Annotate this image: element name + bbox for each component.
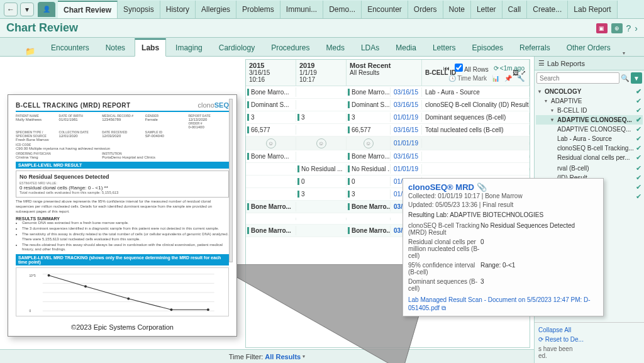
- grid-pin-icon[interactable]: 📌: [504, 75, 512, 82]
- report-fields: PATIENT NAMEMolly Matthews DATE OF BIRTH…: [16, 114, 229, 159]
- tab-encounter[interactable]: Encounter: [362, 1, 408, 18]
- tree-item[interactable]: ▾ADAPTIVE CLONOSEQ...✔: [536, 115, 643, 125]
- clonoseq-logo: clonoSEQ: [197, 101, 229, 109]
- svg-text:0: 0: [29, 310, 31, 313]
- back-button[interactable]: ←: [4, 3, 18, 16]
- subtab-notes[interactable]: Notes: [99, 39, 132, 56]
- chart-review-icon: 👤: [38, 2, 55, 17]
- table-row[interactable]: 66,577 66,577 03/16/15 Total nucleated c…: [246, 124, 530, 137]
- skip-prev-icon[interactable]: ⏮: [443, 65, 450, 72]
- grid-chart-icon[interactable]: 📊: [492, 75, 499, 82]
- open-doc-icon[interactable]: ⧉: [441, 304, 446, 311]
- tree-item[interactable]: rval (B-cell)✔: [536, 164, 643, 173]
- subtab-procedures[interactable]: Procedures: [264, 39, 316, 56]
- document-link[interactable]: Lab Managed Result Scan - Document on 5/…: [408, 296, 598, 312]
- subtab-letters[interactable]: Letters: [426, 39, 463, 56]
- list-icon: ☰: [538, 59, 545, 67]
- close-icon[interactable]: ›: [635, 23, 638, 33]
- help-icon[interactable]: ?: [626, 23, 631, 33]
- subtab-meds[interactable]: Meds: [319, 39, 352, 56]
- tab-immunizations[interactable]: Immuni...: [280, 1, 323, 18]
- copyright: ©2023 Epic Systems Corporation: [8, 323, 236, 331]
- popup-row: clonoSEQ B-cell Tracking (MRD) ResultNo …: [408, 221, 598, 237]
- tree-item[interactable]: ▾ONCOLOGY✔: [536, 87, 643, 96]
- popup-meta: Collected: 01/01/19 10:17 | Bone Marrow …: [408, 192, 598, 209]
- refresh-button[interactable]: ⟳<1m ago: [494, 65, 525, 72]
- popup-row: 95% confidence interval (B-cell)Range: 0…: [408, 260, 598, 277]
- report-disclaimer: The MRD range presented above represents…: [16, 199, 229, 214]
- report-bar-2: SAMPLE-LEVEL MRD TRACKING (shows only th…: [16, 254, 229, 265]
- results-summary: Genomic DNA was extracted from a fresh b…: [16, 221, 229, 252]
- tree-item[interactable]: Residual clonal cells per...✔: [536, 153, 643, 162]
- tab-create[interactable]: Create...: [527, 1, 568, 18]
- search-input[interactable]: [536, 72, 619, 84]
- tab-lab-report[interactable]: Lab Report: [568, 1, 617, 18]
- collapse-all-button[interactable]: Collapse All: [538, 325, 640, 335]
- filter-button[interactable]: ▼: [631, 72, 642, 84]
- subtab-ldas[interactable]: LDAs: [354, 39, 386, 56]
- avatar-row: ☺ ☺ ☺ 01/01/19: [246, 137, 530, 150]
- col-most-recent[interactable]: Most Recent All Results: [347, 60, 422, 86]
- col-2019[interactable]: 2019 1/1/19 10:17: [296, 60, 347, 86]
- tab-synopsis[interactable]: Synopsis: [118, 1, 160, 18]
- tab-orders[interactable]: Orders: [408, 1, 443, 18]
- tab-demographics[interactable]: Demo...: [323, 1, 362, 18]
- table-row[interactable]: Bone Marro... Bone Marro... 03/16/15: [246, 150, 530, 163]
- tab-chart-review[interactable]: Chart Review: [58, 1, 118, 18]
- avatar-icon: ☺: [266, 138, 276, 148]
- badge-icon[interactable]: ⊕: [611, 23, 623, 33]
- tree-item[interactable]: ▾ADAPTIVE✔: [536, 96, 643, 106]
- table-row[interactable]: 3 3 3 01/01/19 Dominant sequences (B-cel…: [246, 111, 530, 124]
- forward-button[interactable]: ▾: [20, 3, 34, 16]
- folder-icon[interactable]: 📁: [25, 47, 35, 56]
- attachment-icon[interactable]: 📎: [477, 182, 487, 192]
- tree-item[interactable]: ADAPTIVE CLONOSEQ...✔: [536, 125, 643, 134]
- panel-message: s have beened.: [538, 344, 640, 360]
- video-icon[interactable]: ▣: [596, 23, 608, 33]
- report-title: B-CELL TRACKING (MRD) REPORT: [16, 102, 131, 109]
- svg-point-10: [207, 308, 209, 311]
- tab-problems[interactable]: Problems: [236, 1, 280, 18]
- tab-history[interactable]: History: [160, 1, 196, 18]
- mrd-tracking-chart: 10^5 0: [16, 267, 229, 316]
- table-row[interactable]: Bone Marro... Bone Marro... 03/16/15 Lab…: [246, 86, 530, 99]
- tab-note[interactable]: Note: [443, 1, 471, 18]
- svg-text:10^5: 10^5: [29, 274, 36, 277]
- popup-title: clonoSEQ® MRD 📎: [408, 182, 598, 192]
- subtab-referrals[interactable]: Referrals: [513, 39, 557, 56]
- tree-item[interactable]: Lab - Aura - Source✔: [536, 134, 643, 143]
- tab-call[interactable]: Call: [502, 1, 528, 18]
- reset-button[interactable]: ⟳ Reset to De...: [538, 335, 640, 344]
- subtab-imaging[interactable]: Imaging: [169, 39, 209, 56]
- subtab-episodes[interactable]: Episodes: [465, 39, 510, 56]
- subtab-overflow[interactable]: ▾: [623, 50, 625, 56]
- page-title: Chart Review: [6, 21, 78, 35]
- scrollbar[interactable]: [229, 99, 233, 262]
- svg-point-7: [84, 285, 87, 288]
- all-rows-checkbox[interactable]: All Rows: [455, 64, 489, 73]
- time-mark-button[interactable]: 🕓 Time Mark: [448, 75, 487, 82]
- search-icon[interactable]: 🔍: [621, 74, 630, 82]
- report-result-box: No Residual Sequences Detected ESTIMATED…: [16, 170, 229, 198]
- tree-item[interactable]: clonoSEQ B-cell Tracking...✔: [536, 143, 643, 153]
- report-bar-1: SAMPLE-LEVEL MRD RESULT: [16, 162, 229, 169]
- subtab-encounters[interactable]: Encounters: [44, 39, 96, 56]
- report-document: B-CELL TRACKING (MRD) REPORT clonoSEQ PA…: [8, 94, 237, 337]
- grid-wrench-icon[interactable]: 🔧: [517, 75, 525, 82]
- table-row[interactable]: No Residual ... No Residual ... 01/01/19: [246, 163, 530, 176]
- subtab-media[interactable]: Media: [389, 39, 423, 56]
- tree-item[interactable]: ▾B-CELL ID✔: [536, 106, 643, 115]
- subtab-bar: 📁 Encounters Notes Labs Imaging Cardiolo…: [0, 38, 644, 57]
- results-summary-header: RESULTS SUMMARY: [16, 216, 229, 221]
- subtab-cardiology[interactable]: Cardiology: [212, 39, 262, 56]
- col-2015[interactable]: 2015 3/16/15 10:16: [246, 60, 296, 86]
- time-filter-bar[interactable]: Time Filter:All Results▾: [0, 349, 534, 363]
- resulting-lab: Resulting Lab: ADAPTIVE BIOTECHNOLOGIES: [408, 211, 598, 218]
- table-row[interactable]: Dominant S... Dominant S... 03/16/15 clo…: [246, 99, 530, 111]
- tab-allergies[interactable]: Allergies: [196, 1, 236, 18]
- subtab-labs[interactable]: Labs: [135, 38, 166, 57]
- avatar-icon: ☺: [364, 138, 374, 148]
- subtab-other-orders[interactable]: Other Orders: [560, 39, 618, 56]
- tab-letter[interactable]: Letter: [471, 1, 502, 18]
- popup-row: Dominant sequences (B-cell)3: [408, 277, 598, 293]
